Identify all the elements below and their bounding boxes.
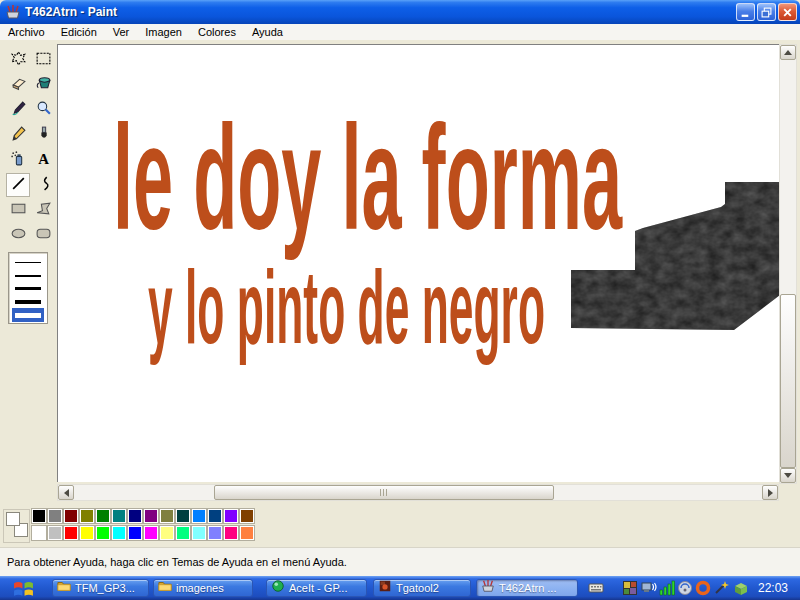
color-swatch[interactable] [240, 509, 254, 523]
keyboard-icon[interactable] [588, 580, 604, 596]
horizontal-scrollbar[interactable] [57, 484, 779, 501]
status-text: Para obtener Ayuda, haga clic en Temas d… [0, 556, 347, 568]
tool-palette: A [0, 40, 57, 547]
tool-rectangle[interactable] [6, 198, 30, 222]
color-swatch[interactable] [224, 509, 238, 523]
palette-row-top [32, 509, 254, 523]
tool-curve[interactable] [31, 173, 55, 197]
tool-ellipse[interactable] [6, 223, 30, 247]
color-swatch[interactable] [176, 526, 190, 540]
menu-colores[interactable]: Colores [190, 25, 244, 39]
canvas-text-line1: le doy la forma [113, 95, 623, 260]
menu-ayuda[interactable]: Ayuda [244, 25, 291, 39]
menu-edicion[interactable]: Edición [53, 25, 105, 39]
line-width-2px[interactable] [9, 269, 47, 282]
color-swatch[interactable] [112, 509, 126, 523]
scroll-down-button[interactable] [780, 468, 796, 483]
tool-eraser[interactable] [6, 73, 30, 97]
color-swatch[interactable] [224, 526, 238, 540]
tool-line[interactable] [6, 173, 30, 197]
monitor-audio-icon[interactable] [641, 580, 657, 596]
tool-pencil[interactable] [6, 123, 30, 147]
tool-free-form-select[interactable] [6, 48, 30, 72]
color-swatch[interactable] [112, 526, 126, 540]
select-icon [35, 50, 52, 71]
color-swatch[interactable] [128, 526, 142, 540]
color-swatch[interactable] [48, 509, 62, 523]
signal-bars-icon[interactable] [659, 580, 675, 596]
color-swatch[interactable] [32, 526, 46, 540]
magic-wand-icon[interactable] [713, 580, 729, 596]
color-swatch[interactable] [160, 509, 174, 523]
taskbar-button-label: TFM_GP3... [75, 582, 135, 594]
tool-brush[interactable] [31, 123, 55, 147]
color-swatch[interactable] [144, 526, 158, 540]
ellipse-icon [10, 225, 27, 246]
minimize-button[interactable] [736, 3, 755, 21]
tool-fill[interactable] [31, 73, 55, 97]
vertical-scroll-thumb[interactable] [780, 294, 796, 468]
tool-rounded-rectangle[interactable] [31, 223, 55, 247]
line-width-5px[interactable] [12, 308, 44, 322]
scroll-right-button[interactable] [762, 485, 778, 500]
fill-icon [35, 75, 52, 96]
menu-archivo[interactable]: Archivo [0, 25, 53, 39]
vertical-scrollbar[interactable] [779, 44, 797, 484]
scroll-left-button[interactable] [58, 485, 74, 500]
taskbar-button-t462atrn[interactable]: T462Atrn ... [476, 579, 578, 597]
rounded-rectangle-icon [35, 225, 52, 246]
color-swatch[interactable] [80, 526, 94, 540]
horizontal-scroll-thumb[interactable] [214, 485, 554, 500]
package-icon[interactable] [733, 580, 749, 596]
tool-magnifier[interactable] [31, 98, 55, 122]
tool-select[interactable] [31, 48, 55, 72]
color-swatch[interactable] [160, 526, 174, 540]
tool-pick-color[interactable] [6, 98, 30, 122]
airbrush-icon [10, 150, 27, 171]
taskbar: 22:03 TFM_GP3...imagenesAceIt - GP...Tga… [0, 576, 800, 600]
rectangle-icon [10, 200, 27, 221]
color-swatch[interactable] [128, 509, 142, 523]
color-swatch[interactable] [208, 509, 222, 523]
taskbar-button-aceit-gp[interactable]: AceIt - GP... [266, 579, 367, 597]
color-swatch[interactable] [192, 509, 206, 523]
taskbar-button-tgatool2[interactable]: Tgatool2 [373, 579, 471, 597]
color-swatch[interactable] [144, 509, 158, 523]
line-width-selector [8, 252, 48, 324]
color-swatch[interactable] [208, 526, 222, 540]
tool-polygon[interactable] [31, 198, 55, 222]
svg-text:A: A [38, 150, 49, 166]
tool-text[interactable]: A [31, 148, 55, 172]
scroll-up-button[interactable] [780, 45, 796, 60]
sync-ring-icon[interactable] [695, 580, 711, 596]
color-swatch[interactable] [240, 526, 254, 540]
color-swatch[interactable] [96, 526, 110, 540]
start-button[interactable] [13, 580, 34, 596]
line-width-1px[interactable] [9, 256, 47, 269]
color-swatch[interactable] [32, 509, 46, 523]
palette-row-bottom [32, 526, 254, 540]
menu-imagen[interactable]: Imagen [137, 25, 190, 39]
close-button[interactable] [778, 3, 797, 21]
restore-button[interactable] [757, 3, 776, 21]
color-swatch[interactable] [96, 509, 110, 523]
aceit-icon [271, 579, 285, 597]
graphics-icon[interactable] [622, 580, 638, 596]
color-swatch[interactable] [64, 526, 78, 540]
magnifier-icon [35, 100, 52, 121]
line-width-sample [15, 262, 41, 263]
line-width-4px[interactable] [9, 295, 47, 308]
volume-icon[interactable] [677, 580, 693, 596]
menu-ver[interactable]: Ver [105, 25, 138, 39]
color-swatch[interactable] [176, 509, 190, 523]
taskbar-button-imagenes[interactable]: imagenes [153, 579, 253, 597]
line-width-3px[interactable] [9, 282, 47, 295]
taskbar-button-tfm-gp3[interactable]: TFM_GP3... [52, 579, 149, 597]
tool-airbrush[interactable] [6, 148, 30, 172]
taskbar-clock[interactable]: 22:03 [750, 581, 796, 595]
color-swatch[interactable] [48, 526, 62, 540]
color-swatch[interactable] [80, 509, 94, 523]
color-swatch[interactable] [192, 526, 206, 540]
paint-canvas[interactable]: le doy la forma y lo pinto de negro [57, 44, 779, 482]
color-swatch[interactable] [64, 509, 78, 523]
